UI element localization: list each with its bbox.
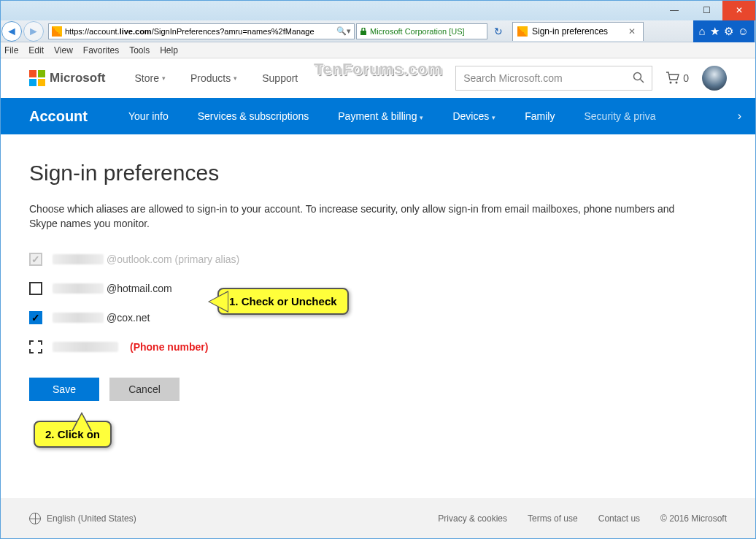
home-icon[interactable]: ⌂ (699, 25, 706, 38)
favorites-icon[interactable]: ★ (710, 25, 720, 38)
user-avatar[interactable] (702, 66, 727, 91)
tab-strip: Sign-in preferences ✕ (512, 22, 693, 41)
annotation-callout-2: 2. Click on (34, 421, 112, 448)
language-selector[interactable]: English (United States) (29, 513, 136, 524)
alias-row-phone: (Phone number) (29, 332, 727, 362)
url-text: https://account.live.com/SignInPreferenc… (65, 27, 333, 36)
svg-line-2 (641, 79, 644, 83)
menu-favorites[interactable]: Favorites (83, 45, 119, 56)
refresh-button[interactable]: ↻ (490, 26, 506, 37)
dropdown-icon[interactable]: ▾ (347, 26, 351, 36)
security-label: Microsoft Corporation [US] (370, 27, 465, 36)
menu-tools[interactable]: Tools (129, 45, 150, 56)
tab-close-icon[interactable]: ✕ (625, 26, 639, 37)
forward-button[interactable]: ► (23, 21, 44, 42)
alias-row-primary: @outlook.com (primary alias) (29, 245, 727, 274)
browser-toolbar-right: ⌂ ★ ⚙ ☺ (693, 20, 755, 42)
page-body: TenForums.com Microsoft Store▾ Products▾… (0, 58, 756, 539)
browser-tab[interactable]: Sign-in preferences ✕ (512, 22, 644, 41)
footer-terms[interactable]: Terms of use (528, 513, 578, 524)
main-nav: Store▾ Products▾ Support (135, 72, 298, 84)
alias-label: @hotmail.com (107, 283, 172, 294)
lock-icon (360, 28, 367, 35)
site-header: Microsoft Store▾ Products▾ Support Searc… (0, 58, 756, 98)
svg-point-1 (634, 72, 641, 80)
alias-checkbox-focus[interactable] (29, 340, 42, 353)
close-button[interactable]: ✕ (722, 0, 756, 20)
alias-row-cox: @cox.net (29, 303, 727, 332)
nav-payment[interactable]: Payment & billing▾ (338, 110, 423, 122)
nav-family[interactable]: Family (525, 110, 555, 122)
menu-file[interactable]: File (4, 45, 18, 56)
cart-button[interactable]: 0 (666, 72, 689, 85)
footer-privacy[interactable]: Privacy & cookies (438, 513, 507, 524)
annotation-callout-1: 1. Check or Uncheck (217, 288, 349, 315)
nav-store[interactable]: Store▾ (135, 72, 166, 84)
svg-rect-0 (360, 31, 366, 35)
back-button[interactable]: ◄ (1, 21, 22, 42)
search-input[interactable]: Search Microsoft.com (455, 66, 652, 91)
search-icon[interactable]: 🔍 (336, 26, 345, 36)
alias-checkbox[interactable] (29, 282, 42, 295)
nav-security[interactable]: Security & priva (584, 110, 655, 122)
microsoft-logo[interactable]: Microsoft (29, 70, 106, 86)
menu-view[interactable]: View (54, 45, 73, 56)
nav-support[interactable]: Support (262, 72, 298, 84)
save-button[interactable]: Save (29, 378, 99, 401)
alias-checkbox-checked[interactable] (29, 311, 42, 324)
nav-scroll-right-icon[interactable]: › (738, 110, 741, 123)
svg-point-3 (670, 82, 672, 84)
search-placeholder: Search Microsoft.com (463, 72, 562, 84)
account-nav-title[interactable]: Account (29, 108, 88, 125)
ms-logo-icon (29, 70, 45, 86)
security-indicator[interactable]: Microsoft Corporation [US] (356, 23, 487, 39)
alias-row-hotmail: @hotmail.com (29, 274, 727, 303)
feedback-icon[interactable]: ☺ (738, 25, 749, 38)
nav-your-info[interactable]: Your info (128, 110, 169, 122)
nav-services[interactable]: Services & subscriptions (198, 110, 309, 122)
maximize-button[interactable]: ☐ (690, 0, 722, 20)
alias-label: @cox.net (107, 312, 150, 324)
phone-number-label: (Phone number) (130, 341, 208, 353)
browser-menubar: File Edit View Favorites Tools Help (0, 42, 756, 58)
cart-count: 0 (683, 72, 689, 84)
tab-title: Sign-in preferences (532, 26, 608, 37)
account-nav: Account Your info Services & subscriptio… (0, 98, 756, 134)
redacted-text (53, 313, 104, 323)
alias-label: @outlook.com (primary alias) (107, 253, 239, 265)
redacted-text (53, 283, 104, 294)
nav-devices[interactable]: Devices▾ (452, 110, 495, 122)
page-description: Choose which aliases are allowed to sign… (29, 202, 701, 232)
window-titlebar: — ☐ ✕ (0, 0, 756, 20)
browser-navbar: ◄ ► https://account.live.com/SignInPrefe… (0, 20, 756, 42)
redacted-text (53, 254, 104, 264)
footer-contact[interactable]: Contact us (598, 513, 640, 524)
search-icon[interactable] (633, 72, 644, 85)
nav-products[interactable]: Products▾ (190, 72, 237, 84)
footer-copyright: © 2016 Microsoft (660, 513, 727, 524)
address-bar[interactable]: https://account.live.com/SignInPreferenc… (48, 23, 355, 39)
alias-checkbox-disabled (29, 253, 42, 266)
menu-edit[interactable]: Edit (28, 45, 44, 56)
cart-icon (666, 72, 680, 85)
redacted-text (53, 342, 118, 352)
globe-icon (29, 513, 41, 524)
cancel-button[interactable]: Cancel (109, 378, 180, 401)
main-content: Sign-in preferences Choose which aliases… (0, 134, 756, 427)
button-row: Save Cancel (29, 378, 727, 401)
menu-help[interactable]: Help (160, 45, 178, 56)
settings-icon[interactable]: ⚙ (724, 25, 733, 38)
ms-logo-text: Microsoft (50, 71, 106, 85)
svg-point-4 (676, 82, 678, 84)
site-favicon (52, 26, 62, 37)
language-label: English (United States) (47, 513, 136, 524)
minimize-button[interactable]: — (658, 0, 690, 20)
tab-favicon (517, 26, 528, 37)
page-title: Sign-in preferences (29, 161, 727, 186)
page-footer: English (United States) Privacy & cookie… (0, 498, 756, 539)
